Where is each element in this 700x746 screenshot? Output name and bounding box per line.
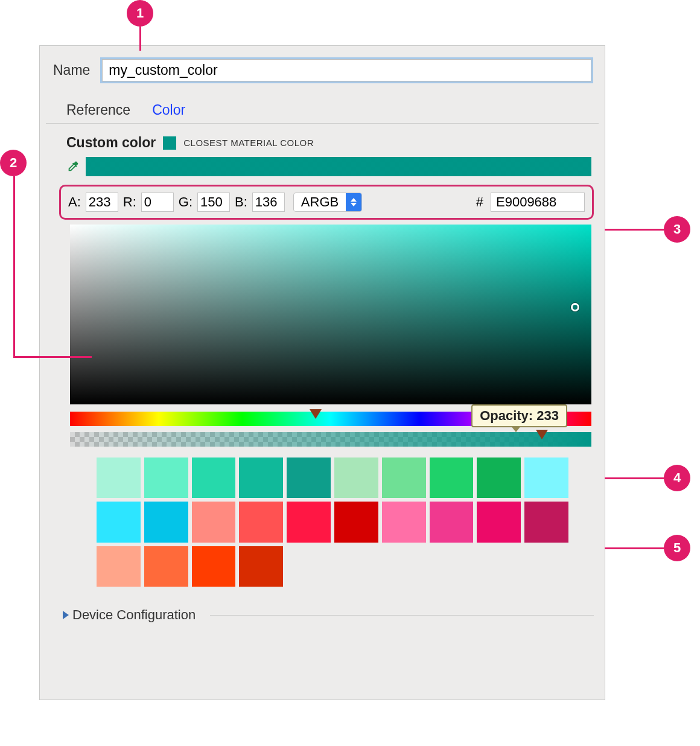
stepper-icon [346, 193, 361, 211]
callout-line-2b [13, 356, 92, 358]
callout-line-5 [605, 547, 664, 549]
device-configuration-row[interactable]: Device Configuration [63, 607, 605, 623]
red-input[interactable] [141, 193, 174, 212]
swatch[interactable] [287, 502, 331, 542]
swatch[interactable] [144, 546, 188, 587]
swatch[interactable] [192, 457, 236, 498]
swatch[interactable] [382, 457, 426, 498]
callout-5: 5 [664, 535, 690, 561]
name-input[interactable] [102, 59, 591, 81]
device-configuration-label: Device Configuration [72, 607, 196, 623]
opacity-slider[interactable]: Opacity: 233 [70, 432, 591, 447]
swatch[interactable] [144, 457, 188, 498]
opacity-tooltip: Opacity: 233 [471, 404, 567, 427]
hue-cursor-icon[interactable] [310, 409, 322, 419]
opacity-gradient [70, 432, 591, 447]
closest-material-label: CLOSEST MATERIAL COLOR [183, 138, 314, 148]
green-label: G: [179, 194, 192, 210]
color-mode-label: ARGB [294, 193, 346, 211]
color-preview-bar [86, 157, 591, 176]
swatch[interactable] [97, 502, 141, 542]
swatch[interactable] [430, 502, 474, 542]
argb-inputs: A: R: G: B: ARGB # [59, 185, 594, 220]
callout-3: 3 [664, 216, 690, 243]
name-row: Name [40, 46, 605, 88]
swatch[interactable] [97, 546, 141, 587]
closest-material-swatch [163, 136, 176, 150]
swatch[interactable] [192, 502, 236, 542]
opacity-cursor-icon[interactable] [536, 430, 548, 439]
green-input[interactable] [197, 193, 230, 212]
disclosure-triangle-icon [63, 611, 69, 619]
custom-color-title: Custom color [66, 135, 156, 151]
swatch[interactable] [239, 457, 283, 498]
saturation-value-box[interactable] [70, 225, 591, 404]
red-label: R: [123, 194, 136, 210]
alpha-label: A: [68, 194, 81, 210]
hex-input[interactable] [491, 193, 585, 212]
callout-2: 2 [0, 150, 27, 176]
swatch[interactable] [524, 502, 568, 542]
swatch-grid [97, 457, 568, 587]
callout-line-2a [13, 176, 15, 357]
swatch[interactable] [144, 502, 188, 542]
callout-line-1 [139, 27, 141, 51]
color-picker-panel: Name Reference Color Custom color CLOSES… [39, 45, 605, 700]
tab-reference[interactable]: Reference [66, 102, 130, 118]
blue-input[interactable] [252, 193, 285, 212]
swatch[interactable] [97, 457, 141, 498]
swatch[interactable] [524, 457, 568, 498]
blue-label: B: [235, 194, 247, 210]
swatch[interactable] [334, 502, 378, 542]
name-label: Name [53, 62, 90, 78]
tab-color[interactable]: Color [152, 102, 185, 118]
swatch[interactable] [192, 546, 236, 587]
swatch[interactable] [382, 502, 426, 542]
callout-4: 4 [664, 465, 690, 491]
callout-line-3 [605, 229, 664, 231]
swatch[interactable] [430, 457, 474, 498]
device-divider [210, 615, 594, 616]
sv-cursor[interactable] [571, 303, 579, 311]
eyedropper-icon[interactable] [66, 160, 80, 173]
custom-color-header: Custom color CLOSEST MATERIAL COLOR [40, 124, 605, 155]
swatch[interactable] [334, 457, 378, 498]
swatch[interactable] [239, 502, 283, 542]
hex-hash: # [476, 194, 483, 210]
tabs-row: Reference Color [40, 88, 605, 123]
preview-row [40, 155, 605, 181]
alpha-input[interactable] [86, 193, 118, 212]
swatch[interactable] [477, 457, 521, 498]
swatch[interactable] [239, 546, 283, 587]
callout-line-4 [605, 477, 664, 479]
callout-1: 1 [127, 0, 153, 27]
swatch[interactable] [477, 502, 521, 542]
swatch[interactable] [287, 457, 331, 498]
color-mode-select[interactable]: ARGB [293, 193, 362, 212]
